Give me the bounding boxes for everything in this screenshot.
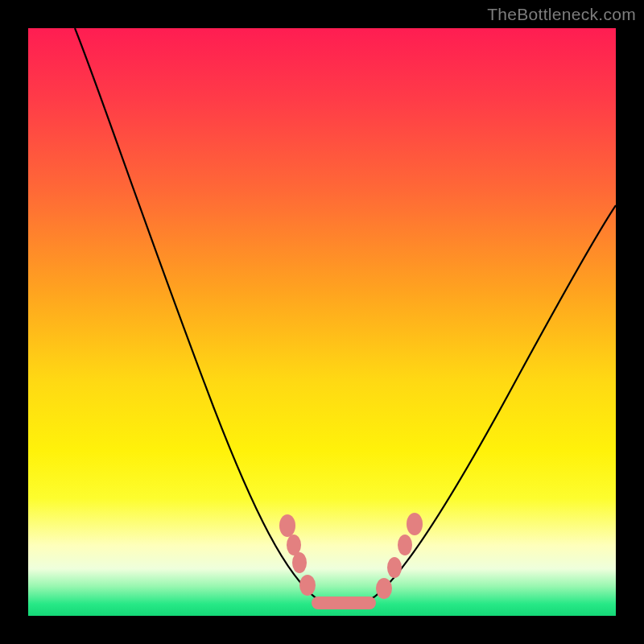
- valley-markers: [279, 513, 423, 609]
- svg-point-6: [387, 557, 402, 578]
- watermark-label: TheBottleneck.com: [487, 5, 636, 24]
- svg-rect-4: [312, 597, 376, 609]
- svg-point-3: [299, 575, 316, 596]
- svg-point-7: [398, 535, 412, 555]
- curve-svg: [28, 28, 616, 616]
- svg-point-0: [279, 514, 295, 537]
- plot-area: [28, 28, 616, 616]
- chart-frame: TheBottleneck.com: [0, 0, 644, 644]
- svg-point-2: [292, 552, 307, 573]
- svg-point-8: [407, 513, 423, 535]
- svg-point-5: [376, 578, 392, 599]
- bottleneck-curve: [75, 28, 616, 607]
